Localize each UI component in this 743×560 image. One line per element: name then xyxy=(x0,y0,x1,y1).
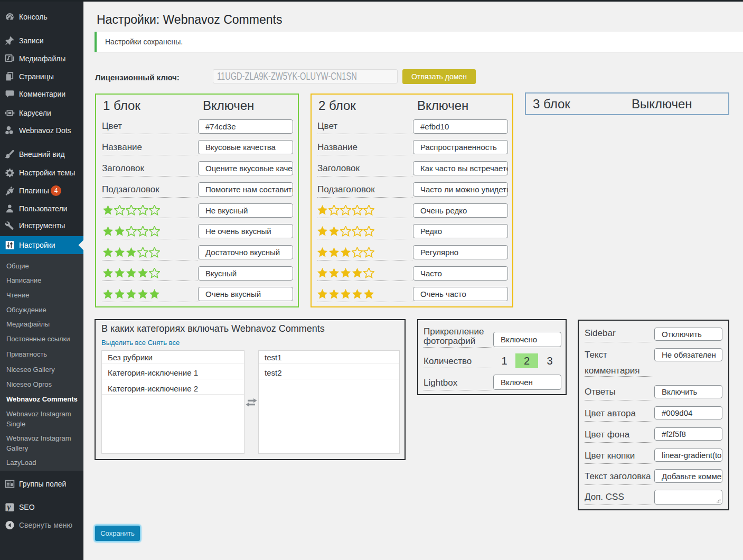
svg-text:y: y xyxy=(6,502,11,512)
